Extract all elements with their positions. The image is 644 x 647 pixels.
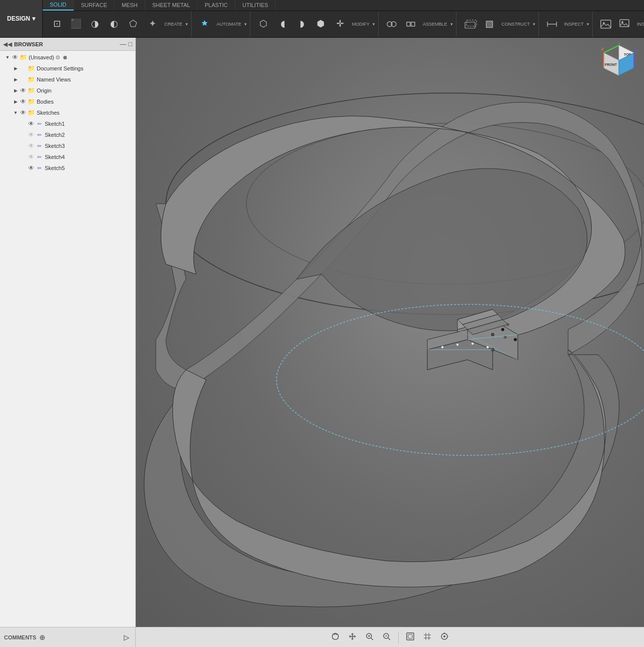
extrude-btn[interactable]: ⬛ [67, 13, 85, 36]
named-views-arrow: ▶ [12, 77, 19, 82]
view-cube[interactable]: TOP FRONT Z Y X [599, 43, 639, 83]
doc-settings-folder-icon: 📁 [27, 65, 35, 72]
comments-section: COMMENTS ⊕ ▷ [0, 627, 136, 647]
offset-plane-icon [463, 17, 477, 31]
sketch3-icon: ✏ [35, 143, 43, 149]
chamfer-btn[interactable]: ◗ [293, 13, 311, 36]
tab-surface[interactable]: SURFACE [74, 0, 115, 11]
sketches-eye[interactable]: 👁 [19, 109, 27, 116]
loft-btn[interactable]: ⬠ [124, 13, 142, 36]
svg-rect-3 [411, 22, 415, 26]
zoom-window-icon-btn[interactable] [362, 630, 377, 644]
joint-icon [386, 18, 398, 30]
tree-item-sketches[interactable]: ▼ 👁 📁 Sketches [0, 107, 135, 118]
sweep-btn[interactable]: ◐ [105, 13, 123, 36]
automate-btn[interactable] [196, 13, 214, 36]
root-eye[interactable]: 👁 [11, 54, 19, 61]
comments-panel-btn[interactable]: ▷ [124, 633, 129, 641]
move-btn[interactable]: ✛ [331, 13, 349, 36]
viewport[interactable]: TOP FRONT Z Y X [136, 38, 644, 627]
origin-eye[interactable]: 👁 [19, 87, 27, 94]
insert-more-btn[interactable] [616, 13, 634, 36]
origin-arrow: ▶ [12, 88, 19, 93]
named-views-label: Named Views [37, 76, 71, 83]
browser-expand-btn[interactable]: □ [128, 40, 132, 48]
inspect-label: INSPECT [562, 22, 586, 27]
tab-row: SOLID SURFACE MESH SHEET METAL PLASTIC U… [43, 0, 644, 11]
create-group: ⊡ ⬛ ◑ ◐ ⬠ ✦ CREATE ▾ [45, 11, 192, 37]
tree-item-origin[interactable]: ▶ 👁 📁 Origin [0, 85, 135, 96]
joint-btn[interactable] [383, 13, 401, 36]
construct-more-icon: ▧ [485, 18, 494, 29]
svg-line-41 [371, 638, 373, 640]
insert-more-icon [618, 18, 631, 31]
create-label: CREATE [162, 22, 185, 27]
root-record-btn[interactable]: ⏺ [62, 54, 68, 60]
comments-add-btn[interactable]: ⊕ [39, 633, 45, 641]
revolve-btn[interactable]: ◑ [86, 13, 104, 36]
construct-more-btn[interactable]: ▧ [481, 13, 499, 36]
sketch1-eye[interactable]: 👁 [27, 120, 35, 127]
new-component-btn[interactable]: ⊡ [48, 13, 66, 36]
tab-plastic[interactable]: PLASTIC [198, 0, 235, 11]
svg-text:FRONT: FRONT [605, 63, 617, 66]
svg-rect-2 [407, 22, 410, 26]
tab-mesh[interactable]: MESH [115, 0, 145, 11]
tree-item-sketch2[interactable]: 👁 ✏ Sketch2 [0, 129, 135, 140]
design-button[interactable]: DESIGN ▾ [0, 0, 43, 37]
svg-line-45 [388, 638, 390, 640]
tree-item-root[interactable]: ▼ 👁 📁 (Unsaved) ⚙ ⏺ [0, 52, 135, 63]
display-mode-btn[interactable] [403, 630, 417, 644]
tree-item-doc-settings[interactable]: ▶ 📁 Document Settings [0, 63, 135, 74]
3d-scene [136, 38, 644, 627]
sketch3-eye[interactable]: 👁 [27, 142, 35, 149]
zoom-fit-icon-btn[interactable] [380, 630, 394, 644]
sketch2-eye[interactable]: 👁 [27, 131, 35, 138]
tree-item-sketch4[interactable]: 👁 ✏ Sketch4 [0, 151, 135, 163]
shell-btn[interactable]: ⬢ [312, 13, 330, 36]
browser-collapse-btn[interactable]: ◀◀ [3, 41, 12, 48]
sketch5-eye[interactable]: 👁 [27, 165, 35, 172]
sketches-folder-icon: 📁 [27, 109, 35, 116]
as-built-joint-btn[interactable] [402, 13, 420, 36]
orbit-icon-btn[interactable] [328, 630, 342, 644]
create-more-btn[interactable]: ✦ [143, 13, 161, 36]
comments-label: COMMENTS [4, 634, 36, 640]
snap-btn[interactable] [437, 630, 451, 644]
bodies-folder-icon: 📁 [27, 98, 35, 105]
tab-sheet-metal[interactable]: SHEET METAL [145, 0, 198, 11]
root-settings-icon[interactable]: ⚙ [55, 54, 60, 61]
insert-image-btn[interactable] [597, 13, 615, 36]
tree-item-named-views[interactable]: ▶ 📁 Named Views [0, 74, 135, 85]
fillet-btn[interactable]: ◖ [273, 13, 292, 36]
press-pull-btn[interactable]: ⬡ [254, 13, 272, 36]
grid-toggle-btn[interactable] [420, 630, 434, 644]
svg-point-27 [501, 328, 504, 331]
toolbar-icons: ⊡ ⬛ ◑ ◐ ⬠ ✦ CREATE ▾ [43, 11, 644, 37]
modify-group: ⬡ ◖ ◗ ⬢ ✛ MODIFY ▾ [251, 11, 379, 37]
origin-folder-icon: 📁 [27, 87, 35, 94]
tab-solid[interactable]: SOLID [43, 0, 74, 11]
tree-item-bodies[interactable]: ▶ 👁 📁 Bodies [0, 96, 135, 107]
toolbar: DESIGN ▾ SOLID SURFACE MESH SHEET METAL … [0, 0, 644, 38]
svg-text:Z: Z [601, 47, 604, 51]
bodies-eye[interactable]: 👁 [19, 98, 27, 105]
tree-item-sketch1[interactable]: 👁 ✏ Sketch1 [0, 118, 135, 129]
sketch4-eye[interactable]: 👁 [27, 153, 35, 160]
pan-icon-btn[interactable] [345, 630, 359, 644]
svg-text:Y: Y [618, 43, 621, 45]
sketches-arrow: ▼ [12, 110, 19, 115]
sketches-label: Sketches [37, 110, 59, 116]
tree-item-sketch5[interactable]: 👁 ✏ Sketch5 [0, 163, 135, 174]
browser-options-btn[interactable]: — [120, 40, 126, 48]
svg-point-25 [472, 343, 474, 345]
tab-utilities[interactable]: UTILITIES [235, 0, 275, 11]
svg-rect-9 [601, 20, 611, 28]
doc-settings-label: Document Settings [37, 65, 83, 71]
measure-btn[interactable] [543, 13, 561, 36]
sketch1-icon: ✏ [35, 121, 43, 127]
tree-item-sketch3[interactable]: 👁 ✏ Sketch3 [0, 140, 135, 151]
loft-icon: ⬠ [129, 18, 137, 29]
offset-plane-btn[interactable] [461, 13, 480, 36]
fillet-icon: ◖ [281, 18, 285, 29]
